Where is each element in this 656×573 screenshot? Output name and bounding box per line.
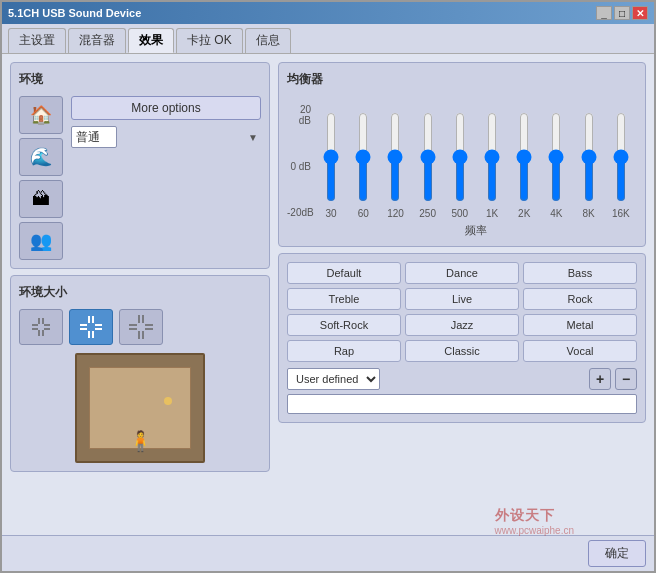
window-controls: _ □ ✕ [596,6,648,20]
main-window: 5.1CH USB Sound Device _ □ ✕ 主设置 混音器 效果 … [0,0,656,573]
freq-60: 60 [351,208,375,219]
eq-slider-1k[interactable] [485,112,499,202]
bottom-bar: 外设天下 www.pcwaiphe.cn 确定 [2,535,654,571]
eq-slider-16k[interactable] [614,112,628,202]
right-panel: 均衡器 20 dB 0 dB -20dB [278,62,646,527]
env-icon-home[interactable]: 🏠 [19,96,63,134]
tab-zhushezhi[interactable]: 主设置 [8,28,66,53]
env-icon-wave[interactable]: 🌊 [19,138,63,176]
env-size-section: 环境大小 [10,275,270,472]
freq-2k: 2K [512,208,536,219]
slider-120 [388,112,402,202]
eq-slider-8k[interactable] [582,112,596,202]
ok-button[interactable]: 确定 [588,540,646,567]
tab-xinxi[interactable]: 信息 [245,28,291,53]
env-size-controls [19,309,261,345]
more-options-button[interactable]: More options [71,96,261,120]
env-dropdown-wrapper: 普通 ▼ [71,126,261,148]
freq-8k: 8K [577,208,601,219]
dropdown-arrow-icon: ▼ [248,132,258,143]
slider-30 [324,112,338,202]
slider-500 [453,112,467,202]
env-title: 环境 [19,71,261,88]
eq-slider-60[interactable] [356,112,370,202]
top-row: 环境 🏠 🌊 🏔 👥 More options 普通 [10,62,646,527]
add-preset-button[interactable]: + [589,368,611,390]
eq-slider-30[interactable] [324,112,338,202]
tab-kala[interactable]: 卡拉 OK [176,28,243,53]
maximize-button[interactable]: □ [614,6,630,20]
minimize-button[interactable]: _ [596,6,612,20]
slider-2k [517,112,531,202]
preset-dance[interactable]: Dance [405,262,519,284]
tab-xiaoguo[interactable]: 效果 [128,28,174,53]
freq-labels-row: 30 60 120 250 500 1K 2K 4K 8K 16K [315,206,637,221]
title-bar: 5.1CH USB Sound Device _ □ ✕ [2,2,654,24]
preset-treble[interactable]: Treble [287,288,401,310]
eq-sliders-area: 30 60 120 250 500 1K 2K 4K 8K 16K [315,96,637,238]
presets-section: Default Dance Bass Treble Live Rock Soft… [278,253,646,423]
preset-live[interactable]: Live [405,288,519,310]
sliders-row [315,96,637,206]
size-large-icon [128,314,154,340]
window-title: 5.1CH USB Sound Device [8,7,141,19]
user-defined-wrapper: User defined [287,368,585,390]
slider-1k [485,112,499,202]
preset-name-input[interactable] [287,394,637,414]
room-dot [164,397,172,405]
eq-title: 均衡器 [287,71,637,88]
presets-grid: Default Dance Bass Treble Live Rock Soft… [287,262,637,362]
preset-rap[interactable]: Rap [287,340,401,362]
freq-120: 120 [383,208,407,219]
preset-vocal[interactable]: Vocal [523,340,637,362]
size-small-button[interactable] [19,309,63,345]
freq-16k: 16K [609,208,633,219]
slider-8k [582,112,596,202]
room-display: 🧍 [75,353,205,463]
preset-metal[interactable]: Metal [523,314,637,336]
env-top: 🏠 🌊 🏔 👥 More options 普通 ▼ [19,96,261,260]
size-large-button[interactable] [119,309,163,345]
preset-rock[interactable]: Rock [523,288,637,310]
preset-soft-rock[interactable]: Soft-Rock [287,314,401,336]
slider-4k [549,112,563,202]
eq-slider-500[interactable] [453,112,467,202]
freq-1k: 1K [480,208,504,219]
env-dropdown[interactable]: 普通 [71,126,117,148]
remove-preset-button[interactable]: − [615,368,637,390]
slider-250 [421,112,435,202]
eq-label-0db: 0 dB [287,161,315,172]
env-size-title: 环境大小 [19,284,261,301]
freq-4k: 4K [544,208,568,219]
eq-slider-2k[interactable] [517,112,531,202]
freq-250: 250 [416,208,440,219]
size-small-icon [31,317,51,337]
env-icon-mountain[interactable]: 🏔 [19,180,63,218]
eq-slider-120[interactable] [388,112,402,202]
freq-subtitle: 频率 [315,223,637,238]
user-defined-select[interactable]: User defined [287,368,380,390]
tab-hunyin[interactable]: 混音器 [68,28,126,53]
eq-slider-250[interactable] [421,112,435,202]
env-right: More options 普通 ▼ [71,96,261,148]
close-button[interactable]: ✕ [632,6,648,20]
env-icon-people[interactable]: 👥 [19,222,63,260]
eq-area: 20 dB 0 dB -20dB [287,96,637,238]
preset-classic[interactable]: Classic [405,340,519,362]
eq-slider-4k[interactable] [549,112,563,202]
slider-16k [614,112,628,202]
size-medium-icon [79,315,103,339]
eq-label-20db: 20 dB [287,104,315,126]
preset-default[interactable]: Default [287,262,401,284]
freq-500: 500 [448,208,472,219]
main-content: 环境 🏠 🌊 🏔 👥 More options 普通 [2,54,654,535]
preset-bass[interactable]: Bass [523,262,637,284]
left-panel: 环境 🏠 🌊 🏔 👥 More options 普通 [10,62,270,527]
eq-section: 均衡器 20 dB 0 dB -20dB [278,62,646,247]
eq-label-minus20db: -20dB [287,207,315,218]
preset-jazz[interactable]: Jazz [405,314,519,336]
environment-section: 环境 🏠 🌊 🏔 👥 More options 普通 [10,62,270,269]
env-icons: 🏠 🌊 🏔 👥 [19,96,63,260]
eq-y-axis: 20 dB 0 dB -20dB [287,96,315,238]
size-medium-button[interactable] [69,309,113,345]
